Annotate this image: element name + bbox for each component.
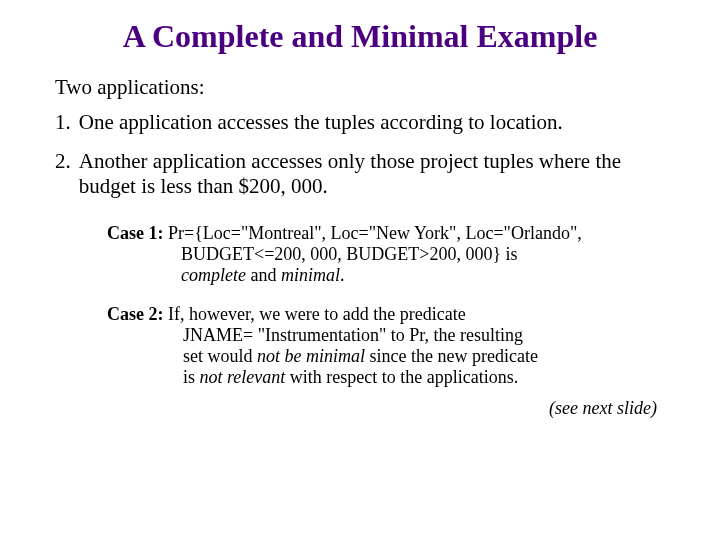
case-text: is not relevant with respect to the appl… [107, 367, 665, 388]
case-text: If, however, we were to add the predicat… [168, 304, 466, 324]
case-text: BUDGET<=200, 000, BUDGET>200, 000} is [107, 244, 665, 265]
item-text: Another application accesses only those … [79, 149, 665, 199]
case-text: Pr={Loc="Montreal", Loc="New York", Loc=… [168, 223, 582, 243]
case-label: Case 1: [107, 223, 164, 243]
case-2: Case 2: If, however, we were to add the … [55, 304, 665, 388]
emphasis: not relevant [200, 367, 286, 387]
list-item: 1. One application accesses the tuples a… [55, 110, 665, 135]
case-text: . [340, 265, 345, 285]
case-text: since the new predicate [365, 346, 538, 366]
item-number: 2. [55, 149, 79, 199]
list-item: 2. Another application accesses only tho… [55, 149, 665, 199]
item-number: 1. [55, 110, 79, 135]
case-text: set would not be minimal since the new p… [107, 346, 665, 367]
emphasis: minimal [281, 265, 340, 285]
item-text: One application accesses the tuples acco… [79, 110, 665, 135]
case-text: and [246, 265, 281, 285]
slide-title: A Complete and Minimal Example [55, 18, 665, 55]
case-text: complete and minimal. [107, 265, 665, 286]
intro-text: Two applications: [55, 75, 665, 100]
case-label: Case 2: [107, 304, 164, 324]
case-text: with respect to the applications. [285, 367, 518, 387]
case-text: is [183, 367, 200, 387]
slide: A Complete and Minimal Example Two appli… [0, 0, 720, 419]
emphasis: not be minimal [257, 346, 365, 366]
case-1: Case 1: Pr={Loc="Montreal", Loc="New Yor… [55, 223, 665, 286]
case-text: set would [183, 346, 257, 366]
footer-note: (see next slide) [55, 398, 665, 419]
case-text: JNAME= "Instrumentation" to Pr, the resu… [107, 325, 665, 346]
emphasis: complete [181, 265, 246, 285]
